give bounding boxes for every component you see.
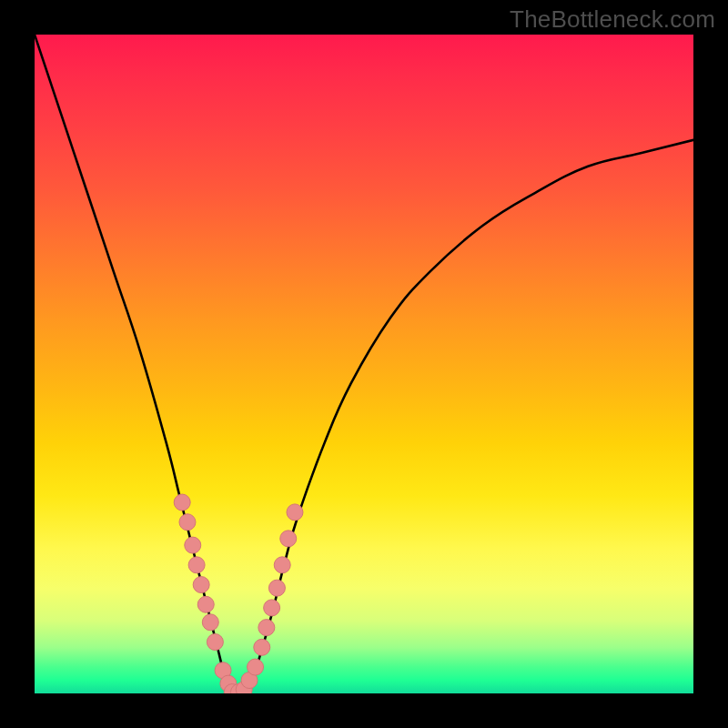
chart-frame: TheBottleneck.com <box>0 0 728 728</box>
plot-area <box>35 35 693 693</box>
watermark-text: TheBottleneck.com <box>510 5 715 34</box>
gradient-background <box>35 35 693 693</box>
